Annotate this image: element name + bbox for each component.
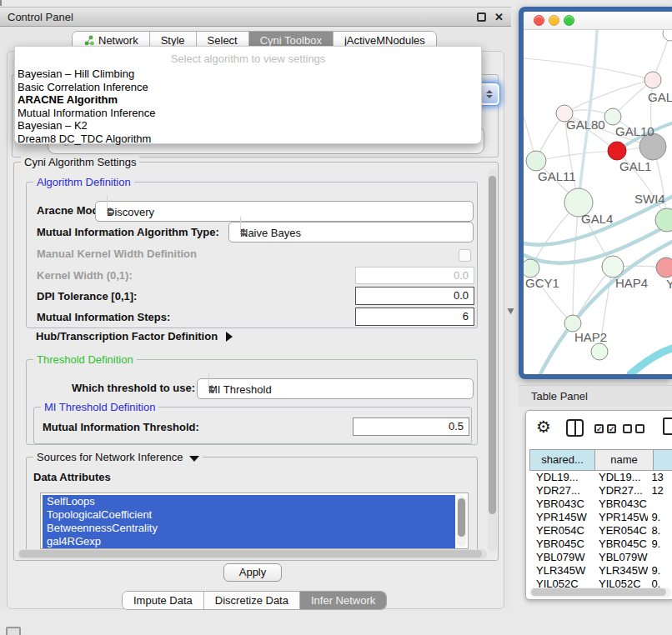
list-vertical-scrollbar[interactable] <box>457 496 466 547</box>
network-node-hap2[interactable] <box>564 315 581 332</box>
network-node-gal11[interactable] <box>526 151 546 171</box>
network-edge[interactable] <box>579 30 597 202</box>
sources-group-title[interactable]: Sources for Network Inference <box>33 451 203 463</box>
algorithm-option-aracne-algorithm[interactable]: ARACNE Algorithm <box>15 93 481 107</box>
algorithm-definition-title: Algorithm Definition <box>33 176 134 188</box>
algorithm-option-mutual-information-inference[interactable]: Mutual Information Inference <box>15 107 481 120</box>
tab-infer-network[interactable]: Infer Network <box>299 592 386 609</box>
close-traffic-light-icon[interactable] <box>534 15 544 26</box>
table-row[interactable]: YBR045CYBR045C9. <box>529 538 672 551</box>
table-cell: 9. <box>648 538 672 551</box>
minimize-traffic-light-icon[interactable] <box>549 15 559 26</box>
minimized-panel-icon[interactable] <box>6 627 21 635</box>
column-header-name[interactable]: name <box>595 450 654 470</box>
tab-label: Select <box>208 34 238 47</box>
collapsed-arrow-icon <box>226 332 233 342</box>
network-node-y[interactable] <box>656 258 672 278</box>
table-cell: YBR043C <box>529 498 592 511</box>
float-window-icon[interactable] <box>477 12 486 22</box>
manual-kernel-checkbox[interactable] <box>459 249 471 262</box>
table-row[interactable]: YBL079WYBL079W <box>529 551 672 564</box>
table-cell: YLR345W <box>529 564 592 578</box>
expanded-arrow-icon <box>189 456 199 462</box>
network-node-label: GAL10 <box>615 124 654 138</box>
network-window-titlebar[interactable] <box>524 12 672 30</box>
settings-vertical-scrollbar[interactable] <box>488 169 497 551</box>
mi-threshold-field[interactable]: 0.5 <box>353 418 469 436</box>
split-columns-icon[interactable] <box>566 419 584 437</box>
table-cell: YPR145W <box>529 511 592 524</box>
select-all-checkboxes-icon[interactable]: ✓✓ <box>594 424 616 433</box>
table-row[interactable]: YBR043CYBR043C <box>529 498 672 511</box>
table-row[interactable]: YDL19...YDL19...13 <box>529 471 672 484</box>
network-edge[interactable] <box>524 58 653 80</box>
attribute-item-selfloops[interactable]: SelfLoops <box>43 495 455 508</box>
tab-label: Network <box>98 34 138 47</box>
dpi-tolerance-field[interactable]: 0.0 <box>355 287 474 305</box>
network-node-swi4[interactable] <box>655 208 672 232</box>
table-panel-header: Table Panel <box>519 385 672 407</box>
aracne-mode-combo[interactable]: Discovery <box>95 201 474 222</box>
network-node-gal1[interactable] <box>608 142 626 160</box>
table-cell: YLR345W <box>592 564 648 578</box>
mi-steps-field[interactable]: 6 <box>355 308 474 326</box>
combo-stepper-icon <box>208 385 468 393</box>
data-attributes-list[interactable]: SelfLoopsTopologicalCoefficientBetweenne… <box>40 492 469 549</box>
table-rows: YDL19...YDL19...13YDR27...YDR27...12YBR0… <box>529 471 672 591</box>
table-row[interactable]: YLR345WYLR345W9. <box>529 564 672 578</box>
algorithm-option-bayesian-k2[interactable]: Bayesian – K2 <box>15 119 481 132</box>
network-node-gal[interactable] <box>644 72 661 88</box>
network-edge[interactable] <box>564 80 653 113</box>
algorithm-option-bayesian-hill-climbing[interactable]: Bayesian – Hill Climbing <box>15 68 481 81</box>
settings-gear-icon[interactable]: ⚙ <box>536 418 551 436</box>
zoom-traffic-light-icon[interactable] <box>564 15 574 26</box>
settings-group-title: Cyni Algorithm Settings <box>21 156 139 168</box>
table-cell: 8. <box>648 524 672 538</box>
attribute-item-gal4rgexp[interactable]: gal4RGexp <box>43 535 455 548</box>
new-table-document-icon[interactable] <box>663 418 672 435</box>
settings-horizontal-scrollbar[interactable] <box>18 549 487 559</box>
combo-stepper-icon <box>107 208 468 216</box>
table-cell: 13 <box>648 471 672 484</box>
network-node[interactable] <box>663 30 672 41</box>
attribute-item-topologicalcoefficient[interactable]: TopologicalCoefficient <box>43 508 455 522</box>
mi-algorithm-type-combo[interactable]: Naive Bayes <box>228 222 474 242</box>
which-threshold-combo[interactable]: MI Threshold <box>197 378 474 399</box>
apply-button[interactable]: Apply <box>223 563 282 582</box>
mi-threshold-definition-title: MI Threshold Definition <box>41 401 158 413</box>
network-node-hap4[interactable] <box>602 256 624 278</box>
table-cell: YER054C <box>592 524 648 538</box>
network-edge[interactable] <box>630 348 672 374</box>
close-icon[interactable]: ✕ <box>494 10 504 24</box>
algorithm-option-dream8-dc-tdc-algorithm[interactable]: Dream8 DC_TDC Algorithm <box>15 132 481 146</box>
hub-section-label: Hub/Transcription Factor Definition <box>36 330 218 342</box>
deselect-all-checkboxes-icon[interactable] <box>623 424 644 433</box>
table-toolbar: ⚙ ✓✓ <box>526 411 672 448</box>
kernel-width-field[interactable]: 0.0 <box>355 267 474 284</box>
table-horizontal-scrollbar[interactable] <box>529 588 671 598</box>
network-edge[interactable] <box>536 151 617 161</box>
table-cell: YDR27... <box>592 484 648 498</box>
bottom-tabs: Impute DataDiscretize DataInfer Network <box>122 591 387 610</box>
network-node-gcy1[interactable] <box>524 259 539 278</box>
network-node[interactable] <box>591 343 608 360</box>
hub-transcription-section-toggle[interactable]: Hub/Transcription Factor Definition <box>36 330 233 342</box>
network-graph-canvas[interactable]: GALGAL80GAL10GAL1GAL11GAL4SWI4GCY1HAP4YH… <box>524 30 672 374</box>
table-cell: YER054C <box>529 524 592 538</box>
attribute-item-betweennesscentrality[interactable]: BetweennessCentrality <box>43 522 455 535</box>
algorithm-option-basic-correlation-inference[interactable]: Basic Correlation Inference <box>15 81 481 94</box>
network-icon <box>83 35 94 46</box>
tab-impute-data[interactable]: Impute Data <box>123 592 203 609</box>
manual-kernel-label: Manual Kernel Width Definition <box>37 248 197 260</box>
network-node-gal10[interactable] <box>604 108 621 125</box>
column-header-shared[interactable]: shared... <box>530 450 595 470</box>
control-panel-title: Control Panel <box>8 8 73 27</box>
column-header-col2[interactable] <box>654 450 672 470</box>
kernel-width-label: Kernel Width (0,1): <box>37 269 133 282</box>
table-row[interactable]: YDR27...YDR27...12 <box>529 484 672 498</box>
table-row[interactable]: YER054CYER054C8. <box>529 524 672 538</box>
table-cell: YBR045C <box>592 538 648 551</box>
table-cell: YBR043C <box>592 498 648 511</box>
tab-discretize-data[interactable]: Discretize Data <box>203 592 299 609</box>
table-row[interactable]: YPR145WYPR145W9. <box>529 511 672 524</box>
